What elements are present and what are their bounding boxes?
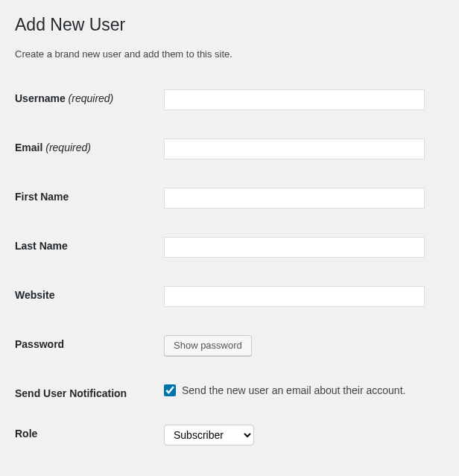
page-description: Create a brand new user and add them to … — [15, 48, 444, 60]
notification-label: Send User Notification — [15, 377, 164, 417]
first-name-label: First Name — [15, 180, 164, 229]
username-field[interactable] — [164, 89, 425, 110]
email-label: Email (required) — [15, 131, 164, 180]
username-label: Username (required) — [15, 82, 164, 131]
last-name-label: Last Name — [15, 229, 164, 279]
role-label: Role — [15, 417, 164, 466]
role-select[interactable]: Subscriber — [164, 425, 254, 445]
page-title: Add New User — [15, 15, 444, 35]
last-name-field[interactable] — [164, 237, 425, 258]
notification-checkbox-label: Send the new user an email about their a… — [182, 384, 405, 396]
notification-checkbox[interactable] — [164, 384, 176, 396]
email-field[interactable] — [164, 139, 425, 159]
show-password-button[interactable]: Show password — [164, 335, 252, 356]
website-label: Website — [15, 279, 164, 328]
first-name-field[interactable] — [164, 188, 425, 209]
website-field[interactable] — [164, 286, 425, 307]
password-label: Password — [15, 328, 164, 377]
user-form-table: Username (required) Email (required) Fir… — [15, 82, 444, 466]
